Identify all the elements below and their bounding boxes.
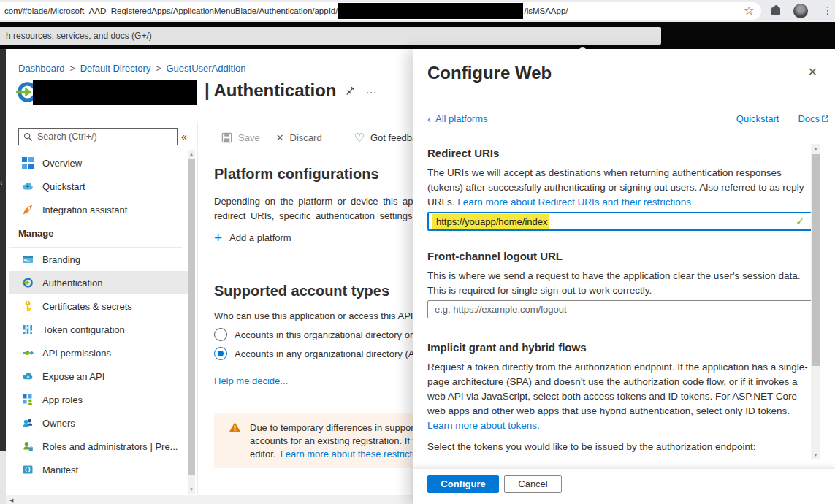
scroll-left-icon[interactable]: ◀ xyxy=(9,497,13,503)
text-caret xyxy=(549,215,550,227)
radio-unselected[interactable] xyxy=(214,328,227,341)
help-me-decide-link[interactable]: Help me decide... xyxy=(214,375,288,386)
sidebar-item-app-roles[interactable]: App roles xyxy=(9,388,188,411)
platform-description: Depending on the platform or device this… xyxy=(214,194,413,224)
breadcrumb-dashboard[interactable]: Dashboard xyxy=(18,63,65,74)
warning-infobox: Due to temporary differences in supporte… xyxy=(214,413,413,468)
scroll-up-icon[interactable]: ▲ xyxy=(811,146,820,150)
portal-search-box[interactable]: h resources, services, and docs (G+/) xyxy=(0,27,661,45)
portal-search-text: h resources, services, and docs (G+/) xyxy=(6,31,152,41)
cancel-button[interactable]: Cancel xyxy=(504,475,562,493)
back-chevron-icon: ‹ xyxy=(427,113,431,124)
sidebar-item-certificates-secrets[interactable]: Certificates & secrets xyxy=(9,294,188,318)
sidebar-item-api-permissions[interactable]: API permissions xyxy=(9,341,188,364)
sidebar-item-token-configuration[interactable]: Token configuration xyxy=(9,318,188,341)
breadcrumb-guestuseraddition[interactable]: GuestUserAddition xyxy=(166,63,245,74)
sidebar-scrollbar-thumb[interactable] xyxy=(188,159,195,475)
sidebar-section-manage: Manage xyxy=(9,221,182,248)
api-permissions-icon xyxy=(22,347,34,359)
background-blade-edge: ‹ xyxy=(0,49,6,504)
got-feedback-button[interactable]: ♡ Got feedback xyxy=(354,132,413,144)
heart-icon: ♡ xyxy=(354,132,365,144)
blade-edge-chevron-icon: ‹ xyxy=(0,179,2,187)
scroll-down-icon[interactable]: ▼ xyxy=(188,487,195,492)
sidebar-item-quickstart[interactable]: Quickstart xyxy=(9,175,188,198)
command-bar: Save ✕ Discard ♡ Got feedback xyxy=(198,126,413,150)
sidebar-item-branding[interactable]: Branding xyxy=(9,248,188,271)
sidebar-item-roles-administrators[interactable]: Roles and administrators | Pre... xyxy=(9,435,188,458)
discard-x-icon: ✕ xyxy=(276,132,284,143)
sidebar-search-input[interactable] xyxy=(37,131,161,142)
breadcrumb-separator: > xyxy=(156,64,161,74)
roles-administrators-icon xyxy=(22,440,34,452)
quickstart-icon xyxy=(22,180,34,192)
supported-account-types-heading: Supported account types xyxy=(214,283,413,299)
more-options-icon[interactable]: … xyxy=(365,83,378,96)
panel-nav: ‹ All platforms Quickstart Docs xyxy=(427,113,829,124)
integration-assistant-icon xyxy=(22,204,34,215)
collapse-sidebar-button[interactable]: « xyxy=(181,131,187,142)
all-platforms-back-link[interactable]: ‹ All platforms xyxy=(427,113,488,124)
warning-text: Due to temporary differences in supporte… xyxy=(250,421,413,461)
implicit-grant-description: Request a token directly from the author… xyxy=(427,360,812,433)
sidebar-item-overview[interactable]: Overview xyxy=(9,151,188,175)
redirect-uris-learn-more-link[interactable]: Learn more about Redirect URIs and their… xyxy=(457,196,691,207)
radio-multi-tenant[interactable]: Accounts in any organizational directory… xyxy=(214,347,413,360)
radio-single-tenant[interactable]: Accounts in this organizational director… xyxy=(214,328,413,341)
tokens-learn-more-link[interactable]: Learn more about tokens. xyxy=(427,420,540,431)
scroll-up-icon[interactable]: ▲ xyxy=(188,152,195,156)
scroll-down-icon[interactable]: ▼ xyxy=(811,453,820,457)
breadcrumb-default-directory[interactable]: Default Directory xyxy=(80,63,151,74)
sidebar-item-owners[interactable]: Owners xyxy=(9,411,188,435)
front-channel-logout-heading: Front-channel logout URL xyxy=(427,250,812,262)
accounts-question: Who can use this application or access t… xyxy=(214,310,413,321)
bookmark-star-icon[interactable]: ☆ xyxy=(744,4,754,18)
sidebar-item-expose-an-api[interactable]: Expose an API xyxy=(9,364,188,388)
browser-menu-icon[interactable]: ⋮ xyxy=(823,4,833,16)
plus-icon: + xyxy=(214,231,222,245)
valid-check-icon: ✓ xyxy=(796,215,804,227)
branding-icon xyxy=(22,253,34,265)
restrictions-link[interactable]: Learn more about these restrictions. xyxy=(280,448,413,459)
panel-scrollbar-thumb[interactable] xyxy=(812,154,820,366)
pin-icon[interactable] xyxy=(343,85,356,101)
warning-triangle-icon xyxy=(229,421,241,461)
external-link-icon xyxy=(821,115,829,123)
redacted-app-id xyxy=(338,3,523,19)
redacted-app-name xyxy=(33,80,197,105)
panel-title: Configure Web xyxy=(427,63,552,83)
browser-profile-avatar[interactable] xyxy=(793,4,808,18)
docs-link[interactable]: Docs xyxy=(798,113,829,124)
sidebar-scrollbar[interactable]: ▲ ▼ xyxy=(188,150,195,494)
sidebar-nav: Overview Quickstart Integration assistan… xyxy=(9,151,188,481)
redirect-uri-value: https://youapp/home/index xyxy=(432,214,549,229)
radio-selected[interactable] xyxy=(214,347,227,360)
configure-button[interactable]: Configure xyxy=(427,475,499,493)
app-roles-icon xyxy=(22,394,34,405)
quickstart-link[interactable]: Quickstart xyxy=(736,113,779,124)
panel-scrollbar[interactable]: ▲ ▼ xyxy=(811,144,820,459)
save-button[interactable]: Save xyxy=(221,132,260,143)
sidebar-search[interactable] xyxy=(18,128,178,145)
certificates-key-icon xyxy=(22,300,34,312)
sidebar-item-authentication[interactable]: Authentication xyxy=(9,271,188,294)
search-icon xyxy=(23,132,33,142)
horizontal-scrollbar[interactable]: ◀ xyxy=(6,495,413,504)
owners-icon xyxy=(22,417,34,429)
sidebar-item-integration-assistant[interactable]: Integration assistant xyxy=(9,198,188,221)
overview-icon xyxy=(22,157,34,169)
authentication-icon xyxy=(22,277,34,289)
address-bar[interactable]: com/#blade/Microsoft_AAD_RegisteredApps/… xyxy=(0,2,761,20)
discard-button[interactable]: ✕ Discard xyxy=(276,132,322,143)
sidebar-item-manifest[interactable]: Manifest xyxy=(9,458,188,481)
breadcrumb: Dashboard>Default Directory>GuestUserAdd… xyxy=(18,63,246,74)
extension-icon[interactable] xyxy=(771,7,780,15)
add-platform-button[interactable]: + Add a platform xyxy=(214,231,413,245)
logout-url-input[interactable] xyxy=(427,300,812,318)
close-icon[interactable]: ✕ xyxy=(808,65,817,79)
redirect-uris-description: The URIs we will accept as destinations … xyxy=(427,166,812,210)
panel-body: Redirect URIs The URIs we will accept as… xyxy=(427,142,812,454)
platform-configurations-heading: Platform configurations xyxy=(214,166,413,183)
expose-api-icon xyxy=(22,370,34,382)
redirect-uri-input[interactable]: https://youapp/home/index ✓ xyxy=(427,212,812,231)
